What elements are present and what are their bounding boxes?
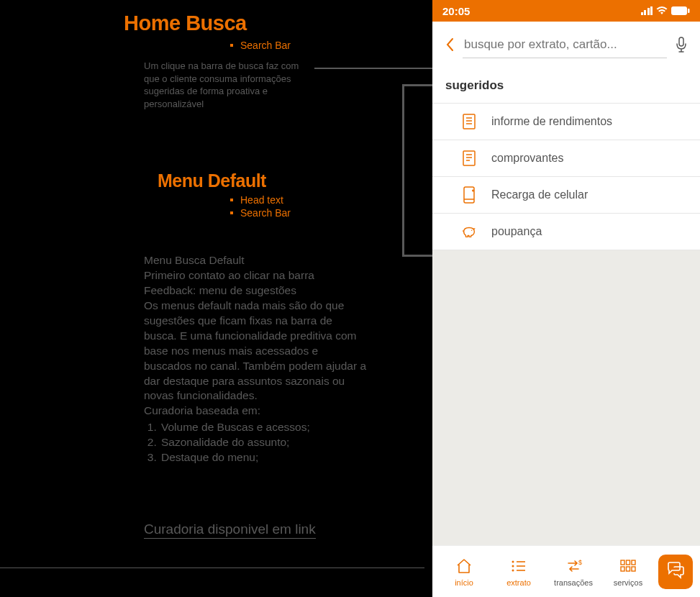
svg-rect-7 — [463, 151, 475, 165]
nav-extrato[interactable]: extrato — [491, 557, 546, 587]
receipt-icon — [461, 150, 477, 166]
suggestion-recarga-celular[interactable]: Recarga de celular — [432, 177, 700, 214]
nav-label: transações — [554, 578, 593, 587]
suggestion-label: informe de rendimentos — [491, 115, 612, 128]
bullet-dot-icon — [230, 199, 233, 201]
search-row — [432, 22, 700, 63]
empty-content-area — [432, 250, 700, 545]
connector-bracket-top — [402, 84, 432, 86]
svg-point-14 — [512, 560, 514, 562]
svg-point-16 — [512, 565, 514, 567]
body-text-block: Menu Busca Default Primeiro contato ao c… — [144, 253, 367, 465]
nav-servicos[interactable]: serviços — [601, 557, 655, 587]
curadoria-item-2: Sazonalidade do assunto; — [160, 435, 367, 450]
svg-point-13 — [471, 229, 472, 230]
signal-icon — [641, 6, 653, 15]
svg-rect-1 — [688, 9, 690, 13]
suggestion-label: comprovantes — [491, 152, 564, 165]
piggy-icon — [461, 224, 477, 240]
connector-bracket-bottom — [402, 255, 432, 257]
svg-point-18 — [512, 569, 514, 571]
nav-label: serviços — [614, 578, 642, 587]
bullet-label: Search Bar — [240, 207, 291, 219]
suggestion-poupanca[interactable]: poupança — [432, 214, 700, 250]
svg-rect-21 — [621, 560, 624, 565]
divider-line — [0, 568, 424, 568]
suggestion-comprovantes[interactable]: comprovantes — [432, 140, 700, 177]
svg-rect-23 — [632, 560, 635, 565]
bullet-label: Search Bar — [240, 40, 291, 51]
note-text-1: Um clique na barra de busca faz com que … — [144, 60, 309, 110]
status-bar: 20:05 — [432, 0, 700, 22]
document-icon — [461, 114, 477, 129]
suggested-header: sugeridos — [432, 63, 700, 103]
suggestion-list: informe de rendimentos comprovantes Reca… — [432, 103, 700, 250]
body-line-2: Primeiro contato ao clicar na barra — [144, 268, 367, 283]
wifi-icon — [656, 5, 668, 17]
microphone-icon[interactable] — [676, 37, 687, 55]
doc-panel: Home Busca Search Bar Um clique na barra… — [0, 0, 432, 597]
body-line-1: Menu Busca Default — [144, 253, 367, 268]
svg-text:$: $ — [578, 559, 582, 566]
svg-rect-26 — [632, 567, 635, 571]
bottom-nav: início extrato $ transações serviços — [432, 545, 700, 597]
phone-icon — [461, 187, 477, 203]
svg-rect-3 — [463, 114, 475, 129]
svg-rect-24 — [621, 567, 624, 571]
suggestion-label: Recarga de celular — [491, 188, 588, 201]
phone-mockup: 20:05 sugeridos — [432, 0, 700, 597]
nav-label: extrato — [506, 578, 531, 587]
battery-icon — [671, 5, 690, 17]
search-input[interactable] — [463, 33, 667, 58]
list-icon — [510, 557, 527, 575]
connector-line-1 — [314, 68, 432, 69]
curadoria-link[interactable]: Curadoria disponivel em link — [144, 521, 316, 539]
bullet-label: Head text — [240, 194, 283, 206]
status-time: 20:05 — [442, 5, 470, 17]
grid-icon — [620, 557, 636, 575]
nav-inicio[interactable]: início — [437, 557, 491, 587]
transfer-icon: $ — [564, 557, 583, 575]
body-line-3: Feedback: menu de sugestões — [144, 283, 367, 298]
svg-rect-0 — [671, 6, 687, 15]
curadoria-item-3: Destaque do menu; — [160, 450, 367, 465]
body-paragraph: Os menus default nada mais são do que su… — [144, 298, 367, 404]
svg-rect-22 — [627, 560, 630, 565]
bullet-search-bar-1: Search Bar — [230, 40, 432, 51]
bullet-dot-icon — [230, 44, 233, 47]
home-icon — [455, 557, 473, 575]
svg-rect-25 — [627, 567, 630, 571]
connector-bracket-vertical — [402, 84, 404, 255]
back-chevron-icon[interactable] — [445, 37, 454, 55]
curadoria-label: Curadoria baseada em: — [144, 404, 367, 419]
title-home-busca: Home Busca — [124, 12, 432, 35]
nav-chat-fab[interactable] — [658, 555, 693, 589]
suggestion-label: poupança — [491, 225, 542, 238]
svg-rect-11 — [464, 187, 474, 203]
curadoria-item-1: Volume de Buscas e acessos; — [160, 420, 367, 435]
chat-icon — [665, 561, 686, 583]
bullet-dot-icon — [230, 211, 233, 214]
nav-label: início — [455, 578, 473, 587]
svg-rect-2 — [679, 37, 683, 46]
title-menu-default: Menu Default — [158, 170, 432, 191]
nav-transacoes[interactable]: $ transações — [546, 557, 601, 587]
suggestion-informe-rendimentos[interactable]: informe de rendimentos — [432, 104, 700, 140]
